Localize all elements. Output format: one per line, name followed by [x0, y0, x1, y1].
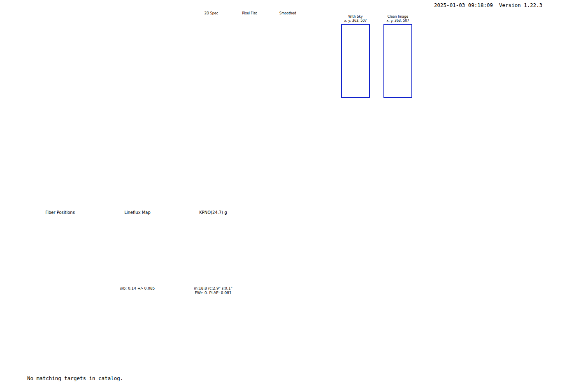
- lineflux-map-image: [100, 216, 174, 286]
- elixer-report-page: 2025-01-03 09:18:09 Version 1.22.3 2D Sp…: [0, 0, 576, 392]
- kpno-caption-ewr: EWr: 0. PLAE: 0.081: [176, 291, 250, 295]
- with-sky-title: With Sky: [340, 15, 371, 19]
- fiber-positions-title: Fiber Positions: [23, 210, 97, 215]
- clean-image-coords: x, y: 363, 507: [382, 19, 413, 23]
- header-date-version: 2025-01-03 09:18:09 Version 1.22.3: [434, 2, 542, 9]
- lineflux-map-title: Lineflux Map: [100, 210, 174, 215]
- fiber-positions-panel: Fiber Positions: [23, 210, 97, 286]
- with-sky-coords: x, y: 363, 507: [340, 19, 371, 23]
- with-sky-panel: With Sky x, y: 363, 507: [340, 15, 371, 98]
- clean-image-title: Clean Image: [382, 15, 413, 19]
- main-spectrum-plot: [36, 141, 538, 188]
- col-header-smoothed: Smoothed: [268, 12, 308, 16]
- footer-line-1: No matching targets in catalog.: [27, 375, 123, 382]
- clean-image: [383, 24, 412, 98]
- lineflux-map-panel: Lineflux Map s/b: 0.14 +/- 0.085: [100, 210, 174, 291]
- footer-note: No matching targets in catalog. Row inte…: [27, 360, 123, 392]
- kpno-panel: KPNO(24.7) g m:18.8 rc:2.9" s:0.1" EWr: …: [176, 210, 250, 295]
- emission-line-labels: [36, 109, 538, 141]
- cutout-grid: 2D Spec Pixel Flat Smoothed: [184, 11, 341, 106]
- main-spectrum-section: [36, 109, 538, 205]
- kpno-caption-magnitude: m:18.8 rc:2.9" s:0.1": [176, 286, 250, 291]
- kpno-image: [176, 216, 250, 286]
- col-header-pixel-flat: Pixel Flat: [230, 12, 269, 16]
- col-header-2d-spec: 2D Spec: [191, 12, 231, 16]
- lineflux-map-caption: s/b: 0.14 +/- 0.085: [100, 286, 174, 291]
- clean-image-panel: Clean Image x, y: 363, 507: [382, 15, 413, 98]
- line-fit-inset-plot: [428, 20, 536, 89]
- fiber-positions-image: [23, 216, 97, 286]
- with-sky-image: [341, 24, 370, 98]
- kpno-title: KPNO(24.7) g: [176, 210, 250, 215]
